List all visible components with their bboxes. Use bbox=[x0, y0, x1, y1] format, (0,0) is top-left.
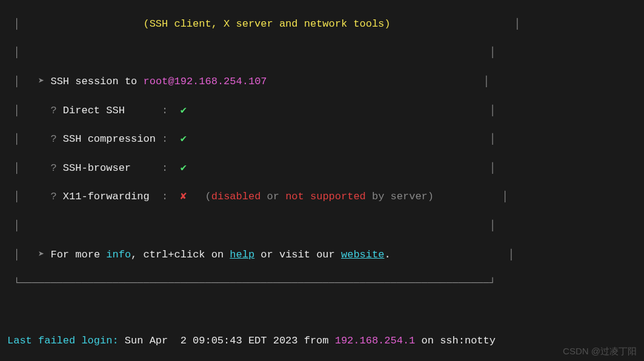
session-label: SSH session to bbox=[50, 76, 137, 87]
item-ssh-browser: SSH-browser bbox=[63, 162, 131, 174]
item-x11-forwarding: X11-forwarding bbox=[63, 191, 150, 202]
check-icon: ✔ bbox=[181, 162, 187, 174]
terminal-output[interactable]: │ (SSH client, X server and network tool… bbox=[0, 0, 644, 361]
website-link[interactable]: website bbox=[341, 249, 384, 260]
last-failed-login: Last failed login: Sun Apr 2 09:05:43 ED… bbox=[7, 334, 637, 348]
banner-subtitle: (SSH client, X server and network tools) bbox=[143, 18, 390, 30]
session-target: root@192.168.254.107 bbox=[144, 76, 267, 87]
check-icon: ✔ bbox=[181, 133, 187, 145]
item-ssh-compression: SSH compression bbox=[63, 133, 156, 145]
watermark: CSDN @过凌丁阳 bbox=[563, 345, 637, 357]
cross-icon: ✘ bbox=[181, 191, 187, 202]
item-direct-ssh: Direct SSH bbox=[63, 105, 125, 116]
help-link[interactable]: help bbox=[230, 249, 254, 260]
check-icon: ✔ bbox=[181, 105, 187, 116]
